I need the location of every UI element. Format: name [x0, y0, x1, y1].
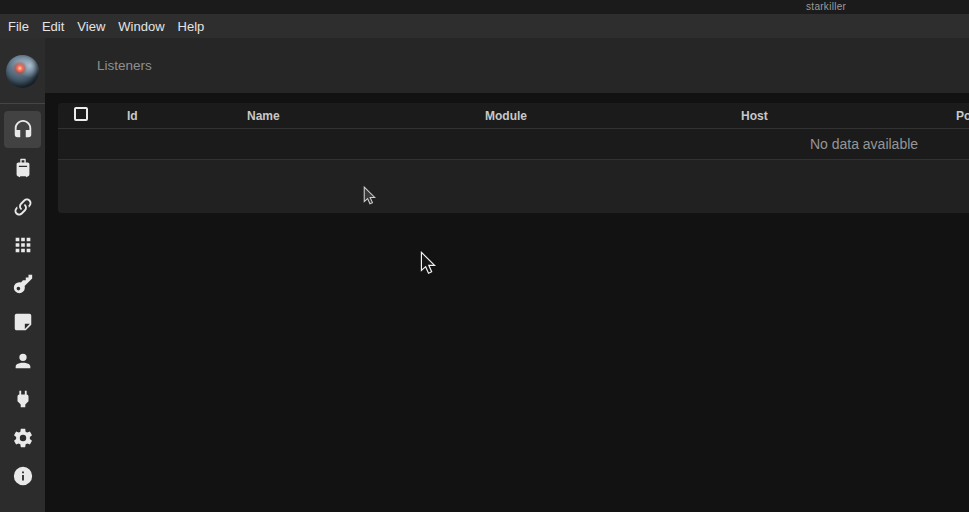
sidebar — [0, 38, 45, 512]
listeners-table: Id Name Module Host Port No data availab… — [58, 103, 969, 213]
sidebar-item-credentials[interactable] — [4, 265, 41, 302]
column-header-port[interactable]: Port — [956, 109, 969, 123]
info-icon — [12, 465, 34, 487]
sidebar-nav — [4, 111, 41, 496]
top-app-bar: Listeners — [45, 38, 969, 93]
table-header-row: Id Name Module Host Port — [58, 103, 969, 129]
menu-edit[interactable]: Edit — [42, 19, 64, 34]
sidebar-item-reporting[interactable] — [4, 304, 41, 341]
starkiller-logo-icon — [6, 55, 39, 88]
sidebar-item-agents[interactable] — [4, 188, 41, 225]
user-icon — [12, 350, 34, 372]
menu-file[interactable]: File — [8, 19, 29, 34]
menu-window[interactable]: Window — [118, 19, 164, 34]
plug-icon — [12, 388, 34, 410]
menu-bar: File Edit View Window Help — [0, 14, 969, 38]
page-title: Listeners — [97, 58, 152, 73]
sidebar-item-users[interactable] — [4, 342, 41, 379]
column-header-module[interactable]: Module — [485, 109, 527, 123]
column-header-id[interactable]: Id — [127, 109, 138, 123]
logo-section — [0, 38, 45, 104]
column-header-name[interactable]: Name — [247, 109, 280, 123]
sidebar-item-settings[interactable] — [4, 419, 41, 456]
column-header-host[interactable]: Host — [741, 109, 768, 123]
suitcase-icon — [12, 157, 34, 179]
sidebar-item-stagers[interactable] — [4, 150, 41, 187]
main-area: Listeners Id Name Module Host Port No da… — [45, 38, 969, 512]
apps-grid-icon — [12, 234, 34, 256]
window-titlebar: starkiller — [0, 0, 969, 14]
link-icon — [12, 196, 34, 218]
sidebar-item-modules[interactable] — [4, 227, 41, 264]
content-area: Id Name Module Host Port No data availab… — [45, 93, 969, 512]
headphones-icon — [12, 119, 34, 141]
sidebar-item-about[interactable] — [4, 458, 41, 495]
menu-help[interactable]: Help — [178, 19, 205, 34]
select-all-checkbox[interactable] — [74, 107, 88, 121]
key-icon — [12, 273, 34, 295]
no-data-text: No data available — [810, 136, 918, 152]
sidebar-item-plugins[interactable] — [4, 381, 41, 418]
sidebar-item-listeners[interactable] — [4, 111, 41, 148]
app-window: starkiller File Edit View Window Help — [0, 0, 969, 512]
table-empty-row: No data available — [58, 129, 969, 160]
menu-view[interactable]: View — [77, 19, 105, 34]
table-footer — [58, 160, 969, 213]
note-icon — [12, 311, 34, 333]
window-title: starkiller — [806, 1, 846, 12]
gear-icon — [12, 427, 34, 449]
